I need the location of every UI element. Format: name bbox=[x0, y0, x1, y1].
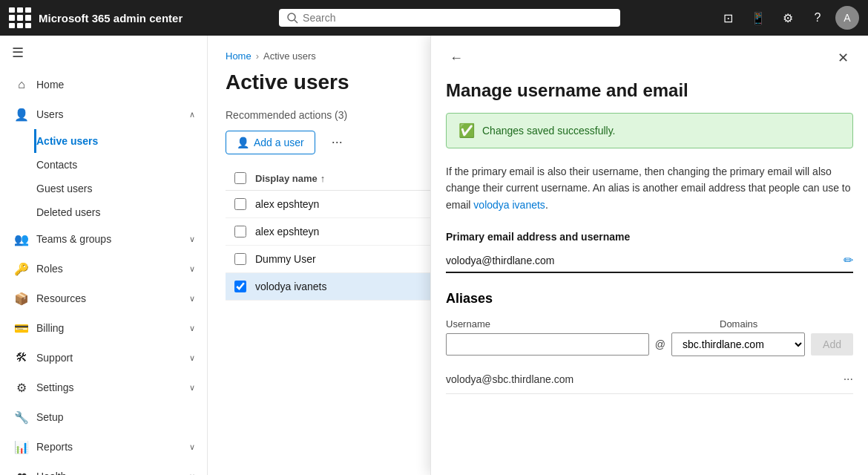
panel-body: ✅ Changes saved successfully. If the pri… bbox=[431, 113, 868, 475]
select-all-col[interactable] bbox=[226, 172, 255, 184]
topbar: Microsoft 365 admin center ⊡ 📱 ⚙ ? A bbox=[0, 0, 868, 36]
alias-value: volodya@sbc.thirdlane.com bbox=[446, 373, 573, 385]
sidebar-toggle[interactable]: ☰ bbox=[0, 36, 207, 70]
success-banner: ✅ Changes saved successfully. bbox=[446, 113, 853, 148]
sidebar-item-settings[interactable]: ⚙ Settings ∨ bbox=[0, 373, 207, 402]
panel-close-button[interactable]: ✕ bbox=[832, 48, 853, 68]
aliases-labels: Username Domains bbox=[446, 318, 853, 330]
sidebar-item-home[interactable]: ⌂ Home bbox=[0, 70, 207, 99]
alias-list-item: volodya@sbc.thirdlane.com ··· bbox=[446, 365, 853, 394]
roles-icon: 🔑 bbox=[14, 261, 29, 276]
mobile-icon[interactable]: 📱 bbox=[746, 6, 770, 30]
select-all-checkbox[interactable] bbox=[234, 172, 246, 184]
topbar-actions: ⊡ 📱 ⚙ ? A bbox=[717, 6, 859, 30]
sidebar-item-support[interactable]: 🛠 Support ∨ bbox=[0, 343, 207, 373]
add-user-icon: 👤 bbox=[237, 137, 249, 148]
more-actions-button[interactable]: ··· bbox=[324, 130, 350, 154]
sidebar-item-users[interactable]: 👤 Users ∧ bbox=[0, 99, 207, 129]
reports-icon: 📊 bbox=[14, 439, 29, 454]
sort-indicator: ↑ bbox=[320, 173, 326, 184]
add-alias-button[interactable]: Add bbox=[811, 333, 853, 356]
users-icon: 👤 bbox=[14, 107, 29, 122]
add-user-button[interactable]: 👤 Add a user bbox=[226, 131, 315, 154]
row-checkbox-3[interactable] bbox=[234, 281, 246, 292]
sidebar-item-guest-users[interactable]: Guest users bbox=[34, 177, 207, 200]
resources-chevron: ∨ bbox=[189, 294, 195, 304]
support-chevron: ∨ bbox=[189, 353, 195, 363]
settings-chevron: ∨ bbox=[189, 383, 195, 393]
panel-title: Manage username and email bbox=[431, 80, 868, 113]
primary-email-label: Primary email address and username bbox=[446, 231, 853, 243]
row-checkbox-1[interactable] bbox=[234, 226, 246, 238]
help-icon[interactable]: ? bbox=[806, 6, 829, 30]
primary-email-value: volodya@thirdlane.com bbox=[446, 255, 838, 266]
support-icon: 🛠 bbox=[14, 350, 29, 365]
at-symbol: @ bbox=[655, 338, 665, 350]
avatar[interactable]: A bbox=[835, 6, 859, 30]
settings-icon[interactable]: ⚙ bbox=[776, 6, 800, 30]
users-submenu: Active users Contacts Guest users Delete… bbox=[0, 129, 207, 224]
waffle-menu[interactable] bbox=[9, 7, 30, 28]
search-icon bbox=[286, 12, 298, 24]
sidebar-item-billing[interactable]: 💳 Billing ∨ bbox=[0, 313, 207, 343]
resources-icon: 📦 bbox=[14, 291, 29, 306]
billing-chevron: ∨ bbox=[189, 324, 195, 333]
health-chevron: ∨ bbox=[189, 472, 195, 476]
info-text: If the primary email is also their usern… bbox=[446, 163, 853, 213]
add-user-label: Add a user bbox=[254, 137, 304, 148]
roles-chevron: ∨ bbox=[189, 264, 195, 274]
domains-label: Domains bbox=[720, 318, 853, 330]
username-label: Username bbox=[446, 318, 699, 330]
user-link[interactable]: volodya ivanets bbox=[473, 199, 545, 211]
panel-back-button[interactable]: ← bbox=[446, 48, 467, 68]
reports-chevron: ∨ bbox=[189, 442, 195, 452]
row-checkbox-2[interactable] bbox=[234, 253, 246, 265]
alias-username-input[interactable] bbox=[446, 333, 649, 356]
app-title: Microsoft 365 admin center bbox=[39, 12, 183, 24]
sidebar-item-contacts[interactable]: Contacts bbox=[34, 153, 207, 177]
users-chevron: ∧ bbox=[189, 110, 195, 119]
sidebar-item-reports[interactable]: 📊 Reports ∨ bbox=[0, 432, 207, 462]
billing-icon: 💳 bbox=[14, 321, 29, 335]
settings-nav-icon: ⚙ bbox=[14, 380, 29, 395]
primary-email-field: volodya@thirdlane.com ✏ bbox=[446, 249, 853, 273]
sidebar-item-teams-groups[interactable]: 👥 Teams & groups ∨ bbox=[0, 224, 207, 254]
sidebar-item-roles[interactable]: 🔑 Roles ∨ bbox=[0, 254, 207, 284]
domain-select[interactable]: sbc.thirdlane.com thirdlane.com bbox=[671, 332, 805, 356]
breadcrumb-home[interactable]: Home bbox=[226, 50, 251, 62]
alias-more-button[interactable]: ··· bbox=[844, 373, 853, 386]
panel-header: ← ✕ bbox=[431, 36, 868, 80]
teams-chevron: ∨ bbox=[189, 235, 195, 244]
manage-panel: ← ✕ Manage username and email ✅ Changes … bbox=[430, 36, 868, 475]
success-message: Changes saved successfully. bbox=[482, 125, 616, 137]
setup-icon: 🔧 bbox=[14, 410, 29, 425]
breadcrumb-separator: › bbox=[256, 50, 259, 62]
sidebar-item-health[interactable]: ❤ Health ∨ bbox=[0, 462, 207, 475]
home-icon: ⌂ bbox=[14, 77, 29, 92]
row-checkbox-0[interactable] bbox=[234, 198, 246, 210]
teams-groups-icon: 👥 bbox=[14, 232, 29, 246]
sidebar: ☰ ⌂ Home 👤 Users ∧ Active users Contacts… bbox=[0, 36, 208, 475]
alias-add-row: @ sbc.thirdlane.com thirdlane.com Add bbox=[446, 332, 853, 356]
success-icon: ✅ bbox=[458, 122, 475, 139]
content-area: Home › Active users Active users Recomme… bbox=[208, 36, 868, 475]
fullscreen-icon[interactable]: ⊡ bbox=[717, 6, 740, 30]
svg-point-0 bbox=[288, 13, 295, 21]
search-input[interactable] bbox=[303, 12, 613, 24]
sidebar-item-setup[interactable]: 🔧 Setup bbox=[0, 402, 207, 432]
sidebar-item-active-users[interactable]: Active users bbox=[34, 129, 207, 153]
svg-line-1 bbox=[295, 20, 297, 23]
health-icon: ❤ bbox=[14, 469, 29, 475]
sidebar-item-resources[interactable]: 📦 Resources ∨ bbox=[0, 284, 207, 313]
breadcrumb-section: Active users bbox=[263, 50, 316, 62]
sidebar-item-deleted-users[interactable]: Deleted users bbox=[34, 200, 207, 224]
edit-primary-email-button[interactable]: ✏ bbox=[844, 253, 853, 267]
search-bar[interactable] bbox=[279, 9, 620, 27]
aliases-title: Aliases bbox=[446, 291, 853, 307]
